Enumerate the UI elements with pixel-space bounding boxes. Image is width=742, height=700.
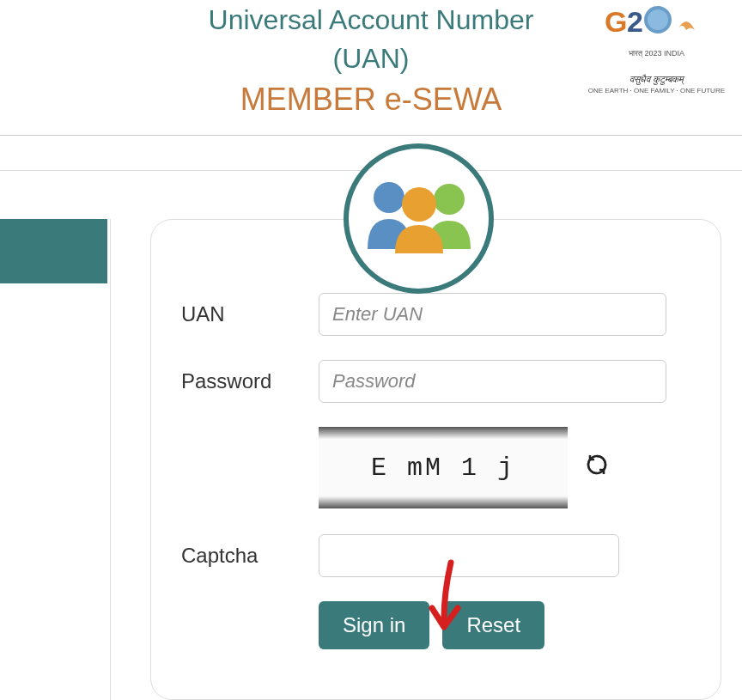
captcha-input[interactable] (319, 534, 619, 577)
captcha-label: Captcha (181, 544, 319, 568)
vertical-divider (110, 219, 111, 700)
svg-point-3 (648, 9, 668, 30)
svg-point-4 (374, 182, 404, 213)
g20-subtext3: ONE EARTH · ONE FAMILY · ONE FUTURE (588, 87, 725, 94)
user-avatar-icon (344, 143, 494, 294)
g20-logo: G 2 भारत् 2023 INDIA वसुधैव कुटुम्बकम् O… (588, 4, 725, 94)
uan-label: UAN (181, 302, 319, 326)
svg-point-5 (434, 184, 465, 215)
svg-point-6 (402, 187, 436, 222)
password-label: Password (181, 369, 319, 393)
captcha-image-row: E mM 1 j (181, 427, 690, 508)
password-input[interactable] (319, 360, 666, 403)
red-arrow-annotation (425, 558, 468, 644)
svg-text:G: G (605, 5, 627, 38)
captcha-refresh-icon[interactable] (585, 453, 609, 483)
page-header: Universal Account Number (UAN) MEMBER e-… (0, 0, 742, 118)
uan-row: UAN (181, 293, 690, 336)
svg-text:2: 2 (627, 5, 643, 38)
divider-line (0, 135, 742, 136)
password-row: Password (181, 360, 690, 403)
g20-logo-text: G 2 (588, 4, 725, 47)
g20-subtext1: भारत् 2023 INDIA (588, 49, 725, 58)
captcha-image: E mM 1 j (319, 427, 568, 508)
signin-button[interactable]: Sign in (319, 601, 429, 649)
button-row: Sign in Reset (319, 601, 690, 649)
sidebar-block (0, 219, 107, 283)
g20-subtext2: वसुधैव कुटुम्बकम् (588, 74, 725, 85)
uan-input[interactable] (319, 293, 666, 336)
